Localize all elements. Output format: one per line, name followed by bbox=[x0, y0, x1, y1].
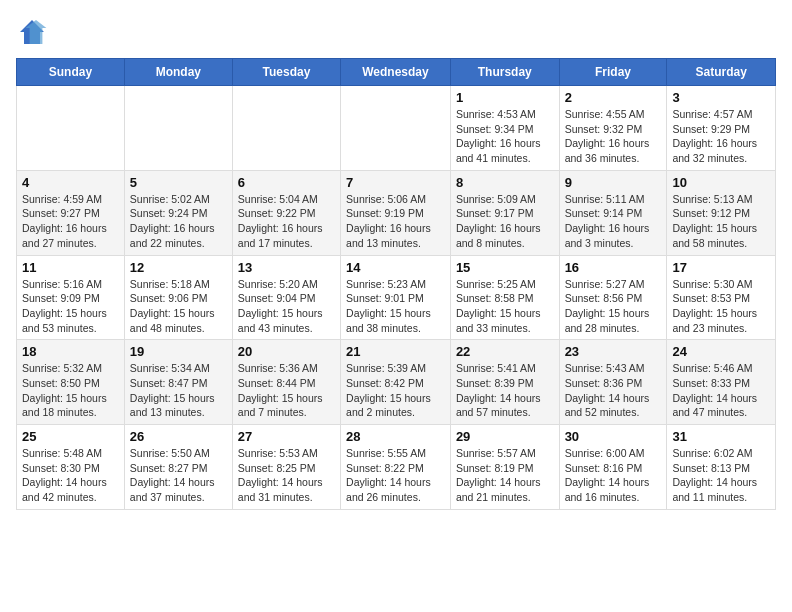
day-number: 24 bbox=[672, 344, 770, 359]
calendar-cell: 9Sunrise: 5:11 AM Sunset: 9:14 PM Daylig… bbox=[559, 170, 667, 255]
day-number: 1 bbox=[456, 90, 554, 105]
page-header bbox=[16, 16, 776, 48]
day-info: Sunrise: 5:32 AM Sunset: 8:50 PM Dayligh… bbox=[22, 361, 119, 420]
day-number: 16 bbox=[565, 260, 662, 275]
calendar-cell: 24Sunrise: 5:46 AM Sunset: 8:33 PM Dayli… bbox=[667, 340, 776, 425]
calendar-cell: 18Sunrise: 5:32 AM Sunset: 8:50 PM Dayli… bbox=[17, 340, 125, 425]
calendar-cell: 26Sunrise: 5:50 AM Sunset: 8:27 PM Dayli… bbox=[124, 425, 232, 510]
day-info: Sunrise: 5:13 AM Sunset: 9:12 PM Dayligh… bbox=[672, 192, 770, 251]
calendar-week-row: 1Sunrise: 4:53 AM Sunset: 9:34 PM Daylig… bbox=[17, 86, 776, 171]
calendar-cell bbox=[341, 86, 451, 171]
logo bbox=[16, 16, 52, 48]
day-number: 17 bbox=[672, 260, 770, 275]
day-info: Sunrise: 5:27 AM Sunset: 8:56 PM Dayligh… bbox=[565, 277, 662, 336]
calendar-cell: 15Sunrise: 5:25 AM Sunset: 8:58 PM Dayli… bbox=[450, 255, 559, 340]
day-info: Sunrise: 4:59 AM Sunset: 9:27 PM Dayligh… bbox=[22, 192, 119, 251]
day-info: Sunrise: 5:23 AM Sunset: 9:01 PM Dayligh… bbox=[346, 277, 445, 336]
calendar-week-row: 18Sunrise: 5:32 AM Sunset: 8:50 PM Dayli… bbox=[17, 340, 776, 425]
day-info: Sunrise: 5:09 AM Sunset: 9:17 PM Dayligh… bbox=[456, 192, 554, 251]
calendar-cell: 8Sunrise: 5:09 AM Sunset: 9:17 PM Daylig… bbox=[450, 170, 559, 255]
day-number: 21 bbox=[346, 344, 445, 359]
calendar-table: SundayMondayTuesdayWednesdayThursdayFrid… bbox=[16, 58, 776, 510]
day-info: Sunrise: 4:57 AM Sunset: 9:29 PM Dayligh… bbox=[672, 107, 770, 166]
calendar-cell: 6Sunrise: 5:04 AM Sunset: 9:22 PM Daylig… bbox=[232, 170, 340, 255]
day-header-tuesday: Tuesday bbox=[232, 59, 340, 86]
day-info: Sunrise: 5:30 AM Sunset: 8:53 PM Dayligh… bbox=[672, 277, 770, 336]
calendar-cell: 4Sunrise: 4:59 AM Sunset: 9:27 PM Daylig… bbox=[17, 170, 125, 255]
day-number: 22 bbox=[456, 344, 554, 359]
calendar-cell: 25Sunrise: 5:48 AM Sunset: 8:30 PM Dayli… bbox=[17, 425, 125, 510]
calendar-cell bbox=[17, 86, 125, 171]
day-number: 7 bbox=[346, 175, 445, 190]
day-info: Sunrise: 5:57 AM Sunset: 8:19 PM Dayligh… bbox=[456, 446, 554, 505]
calendar-cell: 16Sunrise: 5:27 AM Sunset: 8:56 PM Dayli… bbox=[559, 255, 667, 340]
day-info: Sunrise: 5:11 AM Sunset: 9:14 PM Dayligh… bbox=[565, 192, 662, 251]
day-number: 2 bbox=[565, 90, 662, 105]
calendar-cell: 21Sunrise: 5:39 AM Sunset: 8:42 PM Dayli… bbox=[341, 340, 451, 425]
day-number: 8 bbox=[456, 175, 554, 190]
calendar-cell: 11Sunrise: 5:16 AM Sunset: 9:09 PM Dayli… bbox=[17, 255, 125, 340]
calendar-cell bbox=[232, 86, 340, 171]
calendar-cell: 27Sunrise: 5:53 AM Sunset: 8:25 PM Dayli… bbox=[232, 425, 340, 510]
day-number: 15 bbox=[456, 260, 554, 275]
day-number: 28 bbox=[346, 429, 445, 444]
day-info: Sunrise: 5:20 AM Sunset: 9:04 PM Dayligh… bbox=[238, 277, 335, 336]
day-info: Sunrise: 5:18 AM Sunset: 9:06 PM Dayligh… bbox=[130, 277, 227, 336]
day-number: 29 bbox=[456, 429, 554, 444]
day-info: Sunrise: 5:06 AM Sunset: 9:19 PM Dayligh… bbox=[346, 192, 445, 251]
calendar-cell: 12Sunrise: 5:18 AM Sunset: 9:06 PM Dayli… bbox=[124, 255, 232, 340]
day-header-wednesday: Wednesday bbox=[341, 59, 451, 86]
day-number: 26 bbox=[130, 429, 227, 444]
day-number: 30 bbox=[565, 429, 662, 444]
day-number: 19 bbox=[130, 344, 227, 359]
calendar-week-row: 11Sunrise: 5:16 AM Sunset: 9:09 PM Dayli… bbox=[17, 255, 776, 340]
day-number: 14 bbox=[346, 260, 445, 275]
calendar-cell: 19Sunrise: 5:34 AM Sunset: 8:47 PM Dayli… bbox=[124, 340, 232, 425]
day-info: Sunrise: 5:36 AM Sunset: 8:44 PM Dayligh… bbox=[238, 361, 335, 420]
day-info: Sunrise: 5:43 AM Sunset: 8:36 PM Dayligh… bbox=[565, 361, 662, 420]
calendar-week-row: 25Sunrise: 5:48 AM Sunset: 8:30 PM Dayli… bbox=[17, 425, 776, 510]
day-info: Sunrise: 5:04 AM Sunset: 9:22 PM Dayligh… bbox=[238, 192, 335, 251]
calendar-cell: 22Sunrise: 5:41 AM Sunset: 8:39 PM Dayli… bbox=[450, 340, 559, 425]
day-number: 11 bbox=[22, 260, 119, 275]
calendar-cell: 17Sunrise: 5:30 AM Sunset: 8:53 PM Dayli… bbox=[667, 255, 776, 340]
day-info: Sunrise: 5:34 AM Sunset: 8:47 PM Dayligh… bbox=[130, 361, 227, 420]
day-number: 9 bbox=[565, 175, 662, 190]
day-number: 25 bbox=[22, 429, 119, 444]
calendar-cell: 5Sunrise: 5:02 AM Sunset: 9:24 PM Daylig… bbox=[124, 170, 232, 255]
day-number: 12 bbox=[130, 260, 227, 275]
calendar-cell bbox=[124, 86, 232, 171]
calendar-cell: 13Sunrise: 5:20 AM Sunset: 9:04 PM Dayli… bbox=[232, 255, 340, 340]
day-info: Sunrise: 6:02 AM Sunset: 8:13 PM Dayligh… bbox=[672, 446, 770, 505]
calendar-cell: 10Sunrise: 5:13 AM Sunset: 9:12 PM Dayli… bbox=[667, 170, 776, 255]
day-info: Sunrise: 5:16 AM Sunset: 9:09 PM Dayligh… bbox=[22, 277, 119, 336]
day-info: Sunrise: 5:53 AM Sunset: 8:25 PM Dayligh… bbox=[238, 446, 335, 505]
day-info: Sunrise: 5:39 AM Sunset: 8:42 PM Dayligh… bbox=[346, 361, 445, 420]
calendar-cell: 7Sunrise: 5:06 AM Sunset: 9:19 PM Daylig… bbox=[341, 170, 451, 255]
day-info: Sunrise: 5:02 AM Sunset: 9:24 PM Dayligh… bbox=[130, 192, 227, 251]
day-header-thursday: Thursday bbox=[450, 59, 559, 86]
calendar-cell: 20Sunrise: 5:36 AM Sunset: 8:44 PM Dayli… bbox=[232, 340, 340, 425]
logo-icon bbox=[16, 16, 48, 48]
calendar-cell: 1Sunrise: 4:53 AM Sunset: 9:34 PM Daylig… bbox=[450, 86, 559, 171]
day-number: 20 bbox=[238, 344, 335, 359]
calendar-header-row: SundayMondayTuesdayWednesdayThursdayFrid… bbox=[17, 59, 776, 86]
calendar-cell: 30Sunrise: 6:00 AM Sunset: 8:16 PM Dayli… bbox=[559, 425, 667, 510]
day-header-saturday: Saturday bbox=[667, 59, 776, 86]
calendar-cell: 3Sunrise: 4:57 AM Sunset: 9:29 PM Daylig… bbox=[667, 86, 776, 171]
day-number: 6 bbox=[238, 175, 335, 190]
day-info: Sunrise: 5:46 AM Sunset: 8:33 PM Dayligh… bbox=[672, 361, 770, 420]
day-info: Sunrise: 5:41 AM Sunset: 8:39 PM Dayligh… bbox=[456, 361, 554, 420]
day-number: 5 bbox=[130, 175, 227, 190]
calendar-cell: 14Sunrise: 5:23 AM Sunset: 9:01 PM Dayli… bbox=[341, 255, 451, 340]
day-header-monday: Monday bbox=[124, 59, 232, 86]
day-info: Sunrise: 5:50 AM Sunset: 8:27 PM Dayligh… bbox=[130, 446, 227, 505]
day-number: 4 bbox=[22, 175, 119, 190]
day-info: Sunrise: 5:55 AM Sunset: 8:22 PM Dayligh… bbox=[346, 446, 445, 505]
day-info: Sunrise: 4:53 AM Sunset: 9:34 PM Dayligh… bbox=[456, 107, 554, 166]
calendar-cell: 23Sunrise: 5:43 AM Sunset: 8:36 PM Dayli… bbox=[559, 340, 667, 425]
day-info: Sunrise: 4:55 AM Sunset: 9:32 PM Dayligh… bbox=[565, 107, 662, 166]
day-info: Sunrise: 6:00 AM Sunset: 8:16 PM Dayligh… bbox=[565, 446, 662, 505]
day-header-friday: Friday bbox=[559, 59, 667, 86]
calendar-cell: 31Sunrise: 6:02 AM Sunset: 8:13 PM Dayli… bbox=[667, 425, 776, 510]
